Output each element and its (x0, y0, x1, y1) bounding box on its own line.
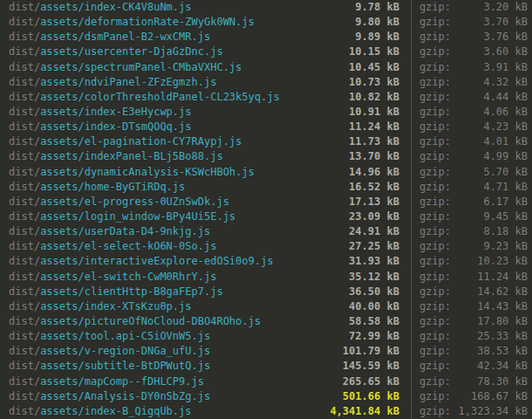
column-separator-icon (411, 134, 412, 149)
build-output-row: dist/assets/dynamicAnalysis-KSWcHBOh.js … (9, 165, 528, 180)
gzip-size: 5.70 kB (451, 165, 528, 180)
gzip-size: 3.60 kB (451, 45, 528, 59)
asset-file-name: assets/index-B_QigqUb.js (40, 405, 191, 417)
build-output-row: dist/assets/pictureOfNoCloud-DBO4ROho.js… (9, 314, 528, 329)
gzip-size: 38.53 kB (451, 344, 528, 359)
dist-dir-prefix: dist/ (9, 16, 40, 28)
asset-file-name: assets/index-DTsmQOQq.js (40, 120, 191, 133)
dist-dir-prefix: dist/ (9, 106, 40, 118)
dist-dir-prefix: dist/ (9, 91, 40, 103)
asset-file-name: assets/login_window-BPy4Ui5E.js (40, 210, 235, 223)
asset-file-name: assets/v-region-DNGa_ufU.js (40, 345, 210, 357)
dist-dir-prefix: dist/ (9, 345, 40, 357)
gzip-size: 14.62 kB (451, 285, 528, 299)
column-separator-icon (411, 239, 412, 254)
asset-file-name: assets/userData-D4-9nkjg.js (40, 225, 210, 237)
dist-dir-prefix: dist/ (9, 300, 40, 313)
gzip-size: 4.44 kB (451, 90, 528, 105)
gzip-size: 4.23 kB (451, 120, 528, 134)
column-separator-icon (411, 329, 412, 344)
column-separator-icon (411, 314, 412, 329)
dist-dir-prefix: dist/ (9, 225, 40, 237)
file-size: 14.96 kB (349, 165, 399, 180)
gzip-label: gzip: (419, 149, 451, 164)
file-size: 23.09 kB (349, 210, 399, 224)
file-size: 36.50 kB (349, 285, 399, 299)
gzip-label: gzip: (419, 374, 451, 389)
asset-file-name: assets/mapComp--fDHLCP9.js (40, 375, 204, 388)
asset-file-name: assets/index-XTsKzu0p.js (40, 300, 191, 313)
file-path: dist/assets/tool.api-C5iOVnW5.js (9, 329, 210, 344)
gzip-size: 3.70 kB (451, 15, 528, 30)
column-separator-icon (411, 270, 412, 285)
gzip-label: gzip: (419, 180, 451, 195)
asset-file-name: assets/Analysis-DY0nSbZg.js (40, 390, 210, 402)
asset-file-name: assets/interactiveExplore-edOSi0o9.js (40, 255, 273, 267)
column-separator-icon (411, 180, 412, 195)
column-separator-icon (411, 374, 412, 389)
asset-file-name: assets/subtitle-BtDPWutQ.js (40, 360, 210, 372)
dist-dir-prefix: dist/ (9, 135, 40, 148)
asset-file-name: assets/usercenter-DjaGzDnc.js (40, 45, 223, 58)
gzip-label: gzip: (419, 134, 451, 149)
gzip-label: gzip: (419, 344, 451, 359)
build-output-row: dist/assets/dsmPanel-B2-wxCMR.js 9.89 kB… (9, 30, 528, 45)
file-size: 17.13 kB (349, 195, 399, 210)
file-path: dist/assets/indexPanel-BLj5Bo88.js (9, 149, 223, 164)
file-path: dist/assets/usercenter-DjaGzDnc.js (9, 45, 223, 59)
file-size: 27.25 kB (349, 239, 399, 254)
column-separator-icon (411, 30, 412, 45)
file-size: 10.82 kB (349, 90, 399, 105)
file-size: 101.79 kB (343, 344, 399, 359)
gzip-label: gzip: (419, 120, 451, 134)
asset-file-name: assets/home-ByGTiRDq.js (40, 181, 185, 193)
column-separator-icon (411, 210, 412, 224)
dist-dir-prefix: dist/ (9, 315, 40, 327)
file-size: 10.15 kB (349, 45, 399, 59)
asset-file-name: assets/deformationRate-ZWyGk0WN.js (40, 16, 255, 28)
file-size: 501.66 kB (343, 389, 399, 404)
dist-dir-prefix: dist/ (9, 330, 40, 342)
build-output-row: dist/assets/Analysis-DY0nSbZg.js 501.66 … (9, 389, 528, 404)
file-size: 265.65 kB (343, 374, 399, 389)
gzip-size: 9.45 kB (451, 210, 528, 224)
file-path: dist/assets/colorThresholdPanel-CL23k5yq… (9, 90, 280, 105)
gzip-size: 3.20 kB (451, 0, 528, 15)
asset-file-name: assets/tool.api-C5iOVnW5.js (40, 330, 210, 342)
gzip-label: gzip: (419, 75, 451, 90)
gzip-size: 8.18 kB (451, 224, 528, 239)
file-size: 9.89 kB (355, 30, 399, 45)
dist-dir-prefix: dist/ (9, 285, 40, 298)
gzip-size: 10.23 kB (451, 254, 528, 269)
column-separator-icon (411, 224, 412, 239)
build-output-row: dist/assets/index-CK4V8uNm.js 9.78 kB gz… (9, 0, 528, 15)
file-size: 58.58 kB (349, 314, 399, 329)
build-output-row: dist/assets/index-B_QigqUb.js 4,341.84 k… (9, 404, 528, 419)
gzip-label: gzip: (419, 329, 451, 344)
asset-file-name: assets/dsmPanel-B2-wxCMR.js (40, 31, 210, 43)
file-size: 72.99 kB (349, 329, 399, 344)
gzip-size: 4.06 kB (451, 105, 528, 120)
gzip-size: 11.24 kB (451, 270, 528, 285)
file-path: dist/assets/subtitle-BtDPWutQ.js (9, 359, 210, 374)
file-path: dist/assets/index-CK4V8uNm.js (9, 0, 192, 15)
file-size: 11.73 kB (349, 134, 399, 149)
build-output-row: dist/assets/el-progress-0UZnSwDk.js 17.1… (9, 195, 528, 210)
file-path: dist/assets/dynamicAnalysis-KSWcHBOh.js (9, 165, 255, 180)
build-output-row: dist/assets/v-region-DNGa_ufU.js 101.79 … (9, 344, 528, 359)
column-separator-icon (411, 404, 412, 419)
file-path: dist/assets/clientHttp-B8gaFEp7.js (9, 285, 223, 299)
build-output-row: dist/assets/usercenter-DjaGzDnc.js 10.15… (9, 45, 528, 59)
file-size: 10.91 kB (349, 105, 399, 120)
build-output-row: dist/assets/ndviPanel-ZFzEgmzh.js 10.73 … (9, 75, 528, 90)
file-path: dist/assets/index-E3eHycwp.js (9, 105, 192, 120)
build-output-row: dist/assets/el-pagination-CY7RAypj.js 11… (9, 134, 528, 149)
dist-dir-prefix: dist/ (9, 76, 40, 88)
column-separator-icon (411, 0, 412, 15)
dist-dir-prefix: dist/ (9, 166, 40, 178)
dist-dir-prefix: dist/ (9, 120, 40, 133)
file-size: 145.59 kB (343, 359, 399, 374)
gzip-label: gzip: (419, 0, 451, 15)
dist-dir-prefix: dist/ (9, 1, 40, 13)
dist-dir-prefix: dist/ (9, 271, 40, 283)
